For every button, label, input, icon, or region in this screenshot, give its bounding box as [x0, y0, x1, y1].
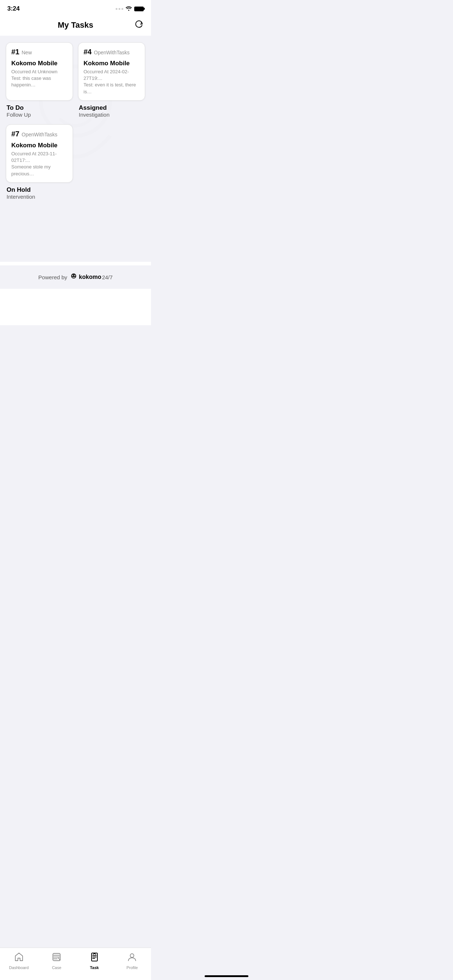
battery-icon [134, 6, 144, 11]
task-type-4: Investigation [79, 111, 144, 118]
brand-logo: kokomo 24/7 [69, 273, 113, 282]
task-source-1: Kokomo Mobile [11, 60, 67, 67]
task-number-4: #4 [83, 48, 91, 56]
task-card-header-1: #1 New [11, 48, 67, 56]
brand-name: kokomo [79, 274, 101, 280]
task-footer-1: To Do Follow Up [6, 100, 73, 119]
status-time: 3:24 [7, 5, 20, 13]
task-source-4: Kokomo Mobile [83, 60, 140, 67]
task-detail1-4: Occurred At 2024-02-27T19:... [83, 68, 140, 82]
task-card-4[interactable]: #4 OpenWithTasks Kokomo Mobile Occurred … [78, 42, 145, 100]
task-source-7: Kokomo Mobile [11, 142, 67, 149]
page-header: My Tasks [0, 14, 151, 36]
status-icons [116, 6, 144, 12]
task-grid: #1 New Kokomo Mobile Occurred At Unknown… [6, 42, 145, 201]
main-content: #1 New Kokomo Mobile Occurred At Unknown… [0, 36, 151, 262]
task-detail2-4: Test: even it is test, there is… [83, 82, 140, 95]
task-state-7: On Hold [6, 186, 72, 194]
task-detail1-1: Occurred At Unknown [11, 68, 67, 75]
task-number-7: #7 [11, 130, 19, 138]
task-footer-7: On Hold Intervention [6, 183, 73, 201]
task-state-1: To Do [6, 104, 72, 111]
task-item-7[interactable]: #7 OpenWithTasks Kokomo Mobile Occurred … [6, 124, 73, 201]
task-card-header-7: #7 OpenWithTasks [11, 130, 67, 138]
task-case-status-7: OpenWithTasks [22, 132, 57, 137]
task-item-4[interactable]: #4 OpenWithTasks Kokomo Mobile Occurred … [78, 42, 145, 119]
task-type-7: Intervention [6, 194, 72, 200]
task-item-1[interactable]: #1 New Kokomo Mobile Occurred At Unknown… [6, 42, 73, 119]
wifi-icon [126, 6, 132, 12]
svg-point-5 [74, 275, 75, 276]
task-footer-4: Assigned Investigation [78, 100, 145, 119]
task-type-1: Follow Up [6, 111, 72, 118]
signal-dots [116, 8, 123, 10]
task-case-status-4: OpenWithTasks [94, 49, 129, 56]
task-state-4: Assigned [79, 104, 144, 111]
task-detail2-1: Test: this case was happenin… [11, 75, 67, 88]
refresh-button[interactable] [134, 19, 144, 31]
task-detail2-7: Someone stole my precious… [11, 164, 67, 177]
task-card-header-4: #4 OpenWithTasks [83, 48, 140, 56]
task-detail1-7: Occurred At 2023-11-02T17:... [11, 151, 67, 164]
powered-by-footer: Powered by kokomo 24/7 [0, 266, 151, 289]
page-title: My Tasks [57, 21, 93, 30]
task-number-1: #1 [11, 48, 19, 56]
brand-suffix: 24/7 [102, 274, 113, 280]
svg-point-4 [72, 275, 73, 276]
task-card-7[interactable]: #7 OpenWithTasks Kokomo Mobile Occurred … [6, 124, 73, 183]
status-bar: 3:24 [0, 0, 151, 14]
powered-by-prefix: Powered by [38, 274, 67, 280]
task-case-status-1: New [22, 49, 32, 56]
task-card-1[interactable]: #1 New Kokomo Mobile Occurred At Unknown… [6, 42, 73, 100]
